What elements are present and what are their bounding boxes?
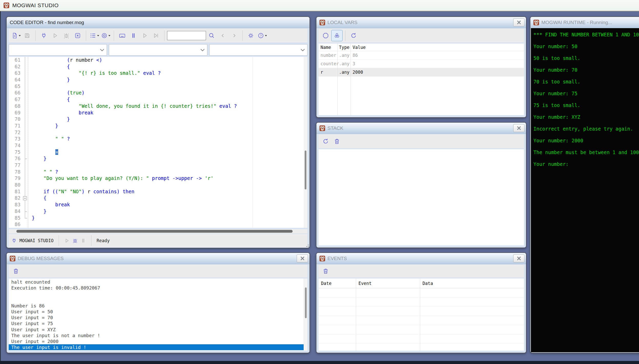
breakpoint-caret[interactable] <box>108 35 110 37</box>
debug-line[interactable]: User input = XYZ <box>11 327 307 333</box>
refresh-vars-button[interactable] <box>348 30 359 41</box>
scope-combo[interactable] <box>209 44 307 56</box>
refresh-stack-button[interactable] <box>320 136 331 147</box>
debug-line-selected[interactable]: The user input is invalid ! <box>9 344 307 350</box>
event-row[interactable] <box>318 316 524 325</box>
search-button[interactable] <box>206 30 217 41</box>
continue-button[interactable] <box>139 30 150 41</box>
settings-button[interactable] <box>245 30 256 41</box>
code-line[interactable] <box>32 182 303 188</box>
stack-header[interactable]: STACK <box>316 123 526 134</box>
debug-button[interactable] <box>61 30 72 41</box>
outline-list-caret[interactable] <box>97 35 99 37</box>
code-line[interactable]: " " ? <box>32 136 303 142</box>
debug-line[interactable]: The user input is not a number ! <box>11 333 307 338</box>
runtime-header[interactable]: MOGWAI RUNTIME - Running... <box>530 17 639 28</box>
clear-debug-button[interactable] <box>10 265 22 277</box>
new-file-caret[interactable] <box>19 35 21 37</box>
help-caret[interactable] <box>265 35 267 37</box>
scrollbar-thumb[interactable] <box>305 287 307 318</box>
keyboard-input-button[interactable] <box>117 30 128 41</box>
code-area[interactable]: 6162636465666768697071727374757677787980… <box>9 57 307 228</box>
code-line[interactable] <box>32 142 303 149</box>
code-text[interactable]: (r number <) { "{! r} is too small." eva… <box>28 57 303 228</box>
pause-icon[interactable] <box>80 238 86 243</box>
code-line[interactable]: " " ? <box>32 169 303 175</box>
resize-grip[interactable] <box>306 244 309 247</box>
debug-line[interactable]: User input = 50 <box>11 309 307 315</box>
code-line[interactable]: } <box>32 208 303 215</box>
breakpoint-button[interactable] <box>100 30 111 41</box>
show-local-vars-button[interactable] <box>331 30 343 41</box>
step-end-button[interactable] <box>150 30 162 41</box>
vertical-scrollbar[interactable] <box>304 57 307 228</box>
event-row[interactable] <box>318 325 524 334</box>
close-button[interactable] <box>513 124 524 132</box>
search-input[interactable] <box>167 31 206 40</box>
code-editor-header[interactable]: CODE EDITOR - find number.mog <box>7 17 310 28</box>
code-line[interactable]: } <box>32 215 303 221</box>
bug-icon[interactable] <box>72 238 78 243</box>
stop-button[interactable] <box>72 30 83 41</box>
horizontal-scrollbar[interactable] <box>9 229 307 233</box>
close-button[interactable] <box>513 254 524 262</box>
member-combo[interactable] <box>109 44 207 56</box>
code-line[interactable]: } <box>32 155 303 162</box>
code-line[interactable] <box>32 221 303 228</box>
code-line[interactable]: if (("N" "NO") r contains) then <box>32 188 303 195</box>
debug-line[interactable]: halt encounted <box>11 279 307 285</box>
code-line[interactable]: (r number <) <box>32 57 303 63</box>
code-line[interactable]: (true) <box>32 90 303 96</box>
code-line[interactable]: } <box>32 77 303 83</box>
save-button[interactable] <box>22 30 33 41</box>
debug-log[interactable]: halt encountedExecution time: 00:00:45.8… <box>9 279 307 351</box>
local-vars-header[interactable]: LOCAL VARS <box>316 17 526 28</box>
event-row[interactable] <box>318 344 524 351</box>
code-line[interactable]: { <box>32 96 303 103</box>
new-file-button[interactable] <box>10 30 22 41</box>
code-line[interactable]: } <box>32 123 303 129</box>
outline-list-button[interactable] <box>89 30 100 41</box>
vertical-scrollbar[interactable] <box>304 279 307 351</box>
pause-button[interactable] <box>128 30 139 41</box>
code-line[interactable]: } <box>32 116 303 123</box>
variable-row[interactable]: number.any86 <box>318 51 524 60</box>
event-row[interactable] <box>318 334 524 344</box>
find-next-button[interactable] <box>229 30 240 41</box>
variable-row[interactable]: counter.any3 <box>318 60 524 68</box>
debug-line[interactable]: User input = 75 <box>11 320 307 326</box>
debug-line[interactable] <box>11 291 307 297</box>
code-line[interactable] <box>32 83 303 90</box>
debug-line[interactable]: User input = 70 <box>11 315 307 320</box>
code-line[interactable]: { <box>32 195 303 201</box>
code-line[interactable]: "Do you want to play again? (Y/N): " pro… <box>32 175 303 182</box>
variable-row[interactable]: r.any2000 <box>318 68 524 77</box>
event-row[interactable] <box>318 288 524 297</box>
clear-stack-button[interactable] <box>331 136 343 147</box>
code-line[interactable]: break <box>32 110 303 116</box>
code-line[interactable]: "{! r} is too small." eval ? <box>32 70 303 77</box>
show-all-vars-button[interactable] <box>320 30 331 41</box>
scrollbar-thumb[interactable] <box>16 230 293 233</box>
close-button[interactable] <box>513 18 524 26</box>
stack-content[interactable] <box>318 149 524 245</box>
help-button[interactable]: ? <box>256 30 268 41</box>
code-line[interactable] <box>32 129 303 136</box>
clear-events-button[interactable] <box>320 265 331 277</box>
code-line[interactable]: { <box>32 63 303 70</box>
code-line[interactable]: ¤ <box>32 149 303 156</box>
event-row[interactable] <box>318 297 524 307</box>
runtime-terminal[interactable]: *** FIND THE NUMBER BETWEEN 1 AND 100 **… <box>531 28 639 352</box>
debug-header[interactable]: DEBUG MESSAGES <box>7 253 310 264</box>
scrollbar-thumb[interactable] <box>305 151 306 189</box>
fold-collapse-button[interactable] <box>23 196 27 200</box>
event-row[interactable] <box>318 307 524 316</box>
code-line[interactable]: break <box>32 201 303 208</box>
events-header[interactable]: EVENTS <box>316 253 526 264</box>
code-line[interactable]: "Well done, you found it in {! counter} … <box>32 103 303 110</box>
close-button[interactable] <box>297 254 308 262</box>
run-button[interactable] <box>49 30 61 41</box>
attach-debugger-button[interactable] <box>38 30 49 41</box>
find-prev-button[interactable] <box>217 30 229 41</box>
debug-line[interactable]: User input = 2000 <box>11 338 307 344</box>
